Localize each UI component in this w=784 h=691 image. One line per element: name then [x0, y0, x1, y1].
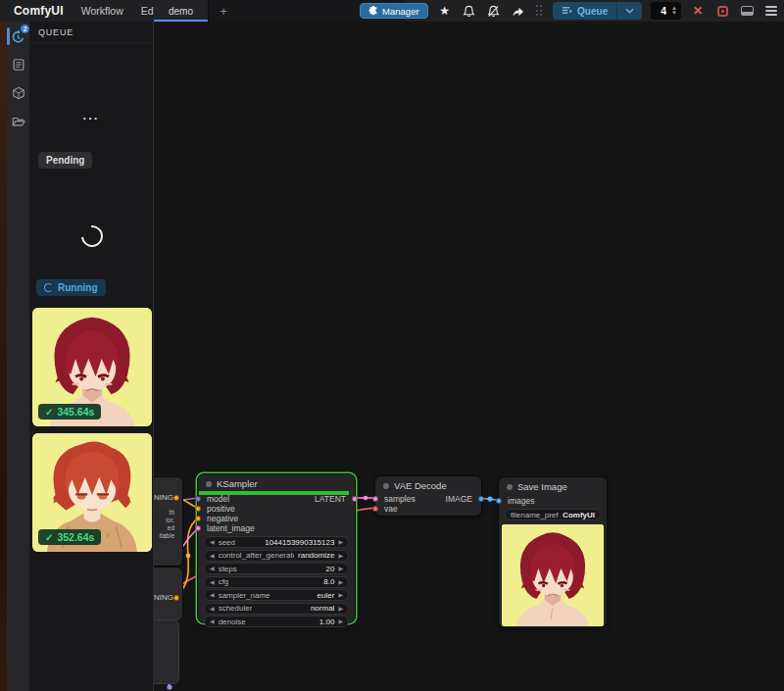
input-label-samples: samples [384, 494, 416, 504]
increment-icon[interactable]: ▶ [338, 579, 343, 585]
input-label-latent-image: latent_image [207, 523, 255, 533]
decrement-icon[interactable]: ◀ [210, 618, 215, 624]
widget-filename-prefix[interactable]: filename_prefix ComfyUI [505, 509, 601, 520]
queue-result-item[interactable]: ✓ 352.64s [32, 433, 152, 552]
output-port-conditioning[interactable] [173, 595, 179, 601]
batch-count-stepper[interactable]: 4 ▲ ▼ [651, 2, 681, 20]
queue-run-button[interactable]: Queue [553, 2, 642, 20]
prompt-text-fragment[interactable]: th lor, ed itable [154, 507, 177, 542]
tab-demo-label: demo [169, 6, 193, 17]
widget-cfg[interactable]: ◀ cfg 8.0 ▶ [204, 576, 349, 588]
batch-count-value: 4 [661, 5, 666, 17]
increment-icon[interactable]: ▶ [338, 539, 343, 545]
sidebar-item-queue[interactable]: 2 [7, 27, 29, 45]
collapse-dot-icon[interactable] [383, 483, 389, 489]
node-header[interactable]: KSampler [198, 474, 355, 491]
node-save-image[interactable]: Save Image images filename_prefix ComfyU… [498, 476, 608, 628]
collapse-dot-icon[interactable] [507, 484, 513, 490]
output-port-conditioning[interactable] [173, 495, 179, 501]
duration-value: 352.64s [57, 531, 94, 543]
node-vae-decode[interactable]: VAE Decode samples IMAGE vae [374, 475, 482, 517]
queue-overflow-button[interactable]: ... [29, 108, 153, 123]
input-port-positive[interactable] [195, 506, 201, 512]
output-label-fragment: NING [154, 493, 173, 502]
top-menubar: ComfyUI Workflow Edit Help demo + Manage… [0, 0, 784, 22]
decrement-icon[interactable]: ◀ [210, 606, 215, 612]
node-ksampler[interactable]: KSampler model LATENT positive negative … [197, 473, 356, 623]
input-port-latent-image[interactable] [195, 525, 201, 531]
sidebar-item-node-library[interactable] [7, 56, 29, 74]
decrement-icon[interactable]: ◀ [210, 539, 215, 545]
loading-spinner [77, 222, 108, 252]
tab-demo[interactable]: demo [154, 0, 209, 22]
decrement-icon[interactable]: ◀ [210, 566, 215, 571]
queue-button-label: Queue [577, 6, 608, 17]
queue-result-item[interactable]: ✓ 345.64s [32, 308, 152, 426]
batch-decrement-icon[interactable]: ▼ [671, 11, 677, 16]
widget-sampler-name[interactable]: ◀ sampler_name euler ▶ [204, 589, 349, 601]
sidebar-item-model-library[interactable] [7, 84, 29, 102]
wire-negative-midpoint-dot [186, 554, 191, 559]
increment-icon[interactable]: ▶ [338, 566, 343, 571]
output-port-image[interactable] [478, 496, 484, 502]
decrement-icon[interactable]: ◀ [210, 553, 215, 559]
output-label-fragment: NING [154, 593, 173, 602]
toolbar-drag-handle-icon[interactable] [536, 5, 544, 17]
increment-icon[interactable]: ▶ [338, 618, 343, 624]
comfyui-app: ComfyUI Workflow Edit Help demo + Manage… [0, 0, 784, 691]
clipped-text-widget[interactable] [154, 619, 179, 684]
node-header[interactable]: Save Image [499, 477, 607, 494]
hamburger-menu-icon[interactable] [763, 3, 779, 19]
preview-image-crimson-girl [502, 524, 604, 626]
node-clip-text-encode-positive-clipped[interactable]: NING th lor, ed itable [154, 476, 183, 567]
manager-button[interactable]: Manager [360, 3, 428, 19]
widget-scheduler[interactable]: ◀ scheduler normal ▶ [204, 603, 349, 615]
new-workflow-tab-button[interactable]: + [209, 0, 238, 22]
star-icon[interactable]: ★ [437, 3, 453, 19]
node-clip-text-encode-negative-clipped[interactable]: NING [154, 567, 183, 621]
clear-queue-icon[interactable]: ✕ [690, 3, 706, 19]
queue-options-chevron[interactable] [616, 2, 642, 20]
input-port-vae[interactable] [372, 506, 378, 512]
input-port-negative[interactable] [195, 516, 201, 521]
increment-icon[interactable]: ▶ [338, 553, 343, 559]
queue-sidebar-panel: QUEUE ... Pending Running ✓ 345.64s ✓ 35… [29, 22, 154, 691]
input-label-vae: vae [384, 504, 398, 514]
input-port-images[interactable] [496, 498, 502, 504]
increment-icon[interactable]: ▶ [338, 606, 343, 612]
widget-steps[interactable]: ◀ steps 20 ▶ [204, 563, 349, 574]
widget-seed[interactable]: ◀ seed 1044153990315123 ▶ [204, 536, 349, 548]
widget-denoise[interactable]: ◀ denoise 1.00 ▶ [204, 616, 349, 627]
bell-slash-icon[interactable] [486, 3, 502, 19]
share-arrow-icon[interactable] [511, 3, 526, 19]
collapse-dot-icon[interactable] [206, 481, 212, 487]
desktop-edge-strip [0, 22, 7, 691]
menu-workflow[interactable]: Workflow [81, 5, 123, 17]
widget-control-after-generate[interactable]: ◀ control_after_generate randomize ▶ [204, 550, 349, 562]
wire-latent-midpoint-dot [364, 496, 368, 500]
manager-button-label: Manager [382, 6, 419, 17]
check-icon: ✓ [45, 532, 53, 543]
duration-badge: ✓ 345.64s [38, 404, 101, 420]
saved-image-preview[interactable] [502, 524, 604, 626]
duration-value: 345.64s [57, 406, 94, 418]
bottom-panel-toggle-icon[interactable] [739, 3, 755, 19]
topbar-right-controls: Manager ★ Queue [360, 0, 779, 22]
input-port-samples[interactable] [372, 496, 378, 502]
output-port-latent[interactable] [352, 496, 358, 502]
stop-icon[interactable] [714, 3, 730, 19]
decrement-icon[interactable]: ◀ [210, 579, 215, 585]
bell-icon[interactable] [462, 3, 477, 19]
wire-endpoint-dot [167, 684, 172, 689]
check-icon: ✓ [45, 407, 53, 418]
input-port-model[interactable] [195, 496, 201, 502]
decrement-icon[interactable]: ◀ [210, 592, 215, 598]
node-title: KSampler [217, 478, 258, 489]
graph-canvas[interactable]: NING th lor, ed itable NING KSampler mo [154, 22, 784, 691]
app-logo[interactable]: ComfyUI [14, 4, 64, 18]
increment-icon[interactable]: ▶ [338, 592, 343, 598]
sidebar-rail: 2 [7, 22, 29, 691]
node-library-icon [12, 58, 25, 72]
sidebar-item-workflows[interactable] [7, 113, 29, 130]
node-header[interactable]: VAE Decode [375, 476, 481, 493]
